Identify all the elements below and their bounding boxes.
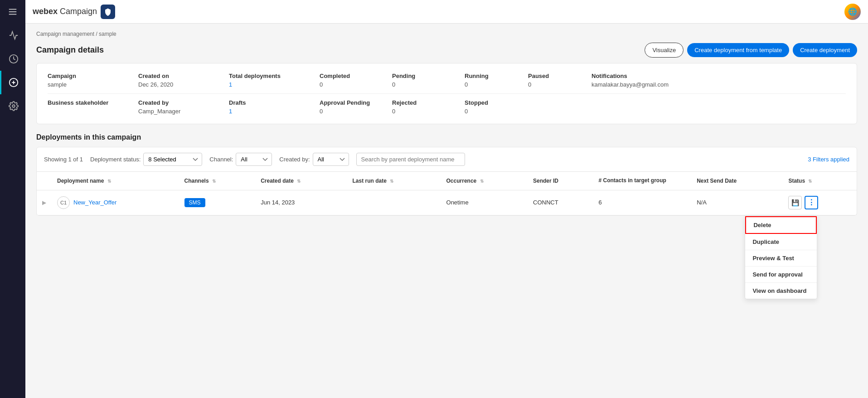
next-send-date-cell: N/A [691, 190, 783, 215]
sort-icon-channels: ⇅ [212, 179, 216, 184]
deployments-table: Deployment name ⇅ Channels ⇅ Created dat… [37, 172, 857, 215]
created-by-label: Created by [138, 99, 229, 106]
running-col: Running 0 [465, 73, 528, 88]
filters-applied: 3 Filters applied [808, 156, 849, 163]
approval-pending-label: Approval Pending [320, 99, 392, 106]
dropdown-delete[interactable]: Delete [745, 216, 817, 234]
dropdown-preview-test[interactable]: Preview & Test [745, 250, 817, 267]
deployment-status-filter: Deployment status: 8 Selected [90, 153, 202, 166]
created-on-value: Dec 26, 2020 [138, 81, 229, 88]
th-channels[interactable]: Channels ⇅ [179, 172, 256, 190]
completed-value: 0 [320, 81, 392, 88]
drafts-col: Drafts 1 [229, 99, 320, 115]
sort-icon-occurrence: ⇅ [480, 179, 484, 184]
notifications-value: kamalakar.bayya@gmail.com [592, 81, 846, 88]
deployment-status-label: Deployment status: [90, 156, 141, 163]
user-avatar[interactable]: 🌐 [844, 4, 861, 20]
created-by-col: Created by Camp_Manager [138, 99, 229, 115]
paused-value: 0 [528, 81, 592, 88]
campaign-value: sample [48, 81, 138, 88]
created-by-select[interactable]: All [313, 153, 349, 166]
deployment-name-link[interactable]: New_Year_Offer [73, 199, 116, 206]
created-by-value: Camp_Manager [138, 108, 229, 115]
th-status[interactable]: Status ⇅ [783, 172, 857, 190]
business-stakeholder-label: Business stakeholder [48, 99, 138, 106]
campaign-details-header: Campaign details Visualize Create deploy… [36, 43, 857, 58]
total-deployments-label: Total deployments [229, 73, 320, 79]
pending-label: Pending [392, 73, 465, 79]
topbar: webex Campaign 🌐 [25, 0, 868, 24]
deployments-title: Deployments in this campaign [36, 133, 857, 141]
occurrence-cell: Onetime [441, 190, 528, 215]
running-value: 0 [465, 81, 528, 88]
status-action-cell: 💾 ⋮ Delete Duplicate Preview & Test Send… [783, 190, 857, 215]
channel-badge: SMS [184, 198, 205, 207]
last-run-date-cell [347, 190, 441, 215]
th-last-run-date[interactable]: Last run date ⇅ [347, 172, 441, 190]
info-divider [48, 93, 846, 94]
campaign-label: Campaign [48, 73, 138, 79]
drafts-value: 1 [229, 108, 320, 115]
breadcrumb: Campaign management / sample [36, 31, 857, 37]
row-badge: C1 [57, 196, 70, 209]
deployment-status-select[interactable]: 8 Selected [143, 153, 202, 166]
sidebar-icon-clock[interactable] [0, 47, 25, 71]
dropdown-send-approval[interactable]: Send for approval [745, 267, 817, 283]
created-by-filter-label: Created by: [279, 156, 310, 163]
search-input[interactable] [356, 153, 465, 166]
campaign-info-grid-row2: Business stakeholder Created by Camp_Man… [48, 99, 846, 115]
channel-select[interactable]: All [236, 153, 272, 166]
th-sender-id: Sender ID [528, 172, 593, 190]
save-icon[interactable]: 💾 [788, 196, 802, 209]
visualize-button[interactable]: Visualize [645, 43, 684, 58]
campaign-col: Campaign sample [48, 73, 138, 88]
dropdown-duplicate[interactable]: Duplicate [745, 234, 817, 250]
approval-pending-value: 0 [320, 108, 392, 115]
deployments-table-wrapper: Deployment name ⇅ Channels ⇅ Created dat… [36, 172, 857, 216]
completed-col: Completed 0 [320, 73, 392, 88]
sidebar-icon-analytics[interactable] [0, 24, 25, 47]
rejected-label: Rejected [392, 99, 465, 106]
created-on-label: Created on [138, 73, 229, 79]
business-stakeholder-col: Business stakeholder [48, 99, 138, 115]
sort-icon-status: ⇅ [808, 179, 812, 184]
content-area: Campaign management / sample Campaign de… [25, 24, 868, 398]
th-created-date[interactable]: Created date ⇅ [255, 172, 347, 190]
approval-pending-col: Approval Pending 0 [320, 99, 392, 115]
showing-count: Showing 1 of 1 [44, 156, 83, 163]
deployment-name-cell: C1 New_Year_Offer [52, 190, 179, 215]
th-expand [37, 172, 52, 190]
breadcrumb-current: sample [99, 31, 116, 37]
dropdown-view-dashboard[interactable]: View on dashboard [745, 283, 817, 299]
svg-point-7 [12, 105, 15, 107]
table-controls: Showing 1 of 1 Deployment status: 8 Sele… [36, 147, 857, 172]
total-deployments-col: Total deployments 1 [229, 73, 320, 88]
main-content: webex Campaign 🌐 Campaign management / s… [25, 0, 868, 398]
th-occurrence[interactable]: Occurrence ⇅ [441, 172, 528, 190]
create-from-template-button[interactable]: Create deployment from template [687, 43, 789, 57]
pending-value: 0 [392, 81, 465, 88]
logo-shield-icon [101, 5, 115, 19]
row-expand-cell[interactable]: ▶ [37, 190, 52, 215]
stopped-label: Stopped [465, 99, 528, 106]
page-title: Campaign details [36, 45, 645, 55]
drafts-label: Drafts [229, 99, 320, 106]
breadcrumb-parent[interactable]: Campaign management [36, 31, 94, 37]
table-header: Deployment name ⇅ Channels ⇅ Created dat… [37, 172, 857, 190]
table-row: ▶ C1 New_Year_Offer SMS J [37, 190, 857, 215]
created-on-col: Created on Dec 26, 2020 [138, 73, 229, 88]
total-deployments-value: 1 [229, 81, 320, 88]
sort-icon-created: ⇅ [297, 179, 301, 184]
sidebar-icon-campaign[interactable] [0, 71, 25, 94]
app-logo: webex Campaign [33, 5, 115, 19]
th-deployment-name[interactable]: Deployment name ⇅ [52, 172, 179, 190]
more-options-button[interactable]: ⋮ Delete Duplicate Preview & Test Send f… [805, 196, 818, 209]
hamburger-menu[interactable] [0, 0, 25, 24]
create-deployment-button[interactable]: Create deployment [793, 43, 857, 57]
th-contacts: # Contacts in target group [593, 172, 691, 190]
sidebar [0, 0, 25, 398]
paused-label: Paused [528, 73, 592, 79]
running-label: Running [465, 73, 528, 79]
sidebar-icon-settings[interactable] [0, 94, 25, 118]
row-expand-icon[interactable]: ▶ [42, 199, 46, 206]
